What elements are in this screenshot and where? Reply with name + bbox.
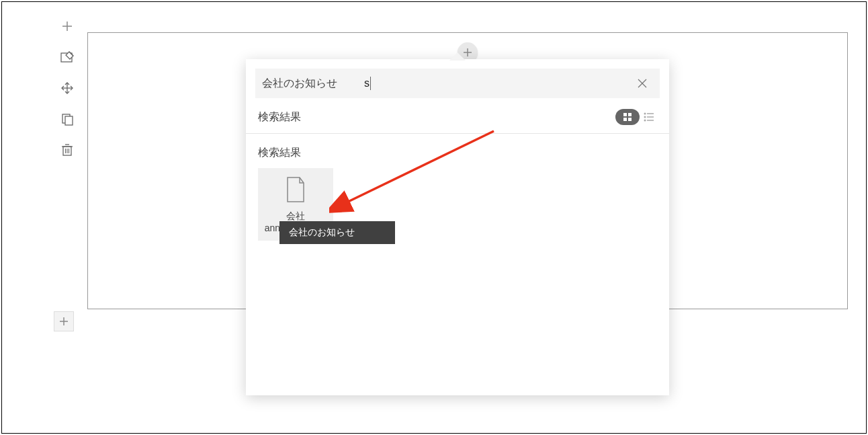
grid-icon (623, 112, 632, 122)
results-body[interactable]: 検索結果 会社 announceme... 会社のお知らせ (246, 134, 669, 395)
svg-rect-20 (623, 113, 627, 116)
svg-point-24 (644, 113, 646, 115)
list-view-button[interactable] (641, 109, 657, 125)
search-row: 会社のお知らせ s (255, 69, 660, 98)
clear-search-button[interactable] (632, 73, 653, 94)
move-button[interactable] (58, 79, 77, 97)
delete-button[interactable] (58, 141, 77, 159)
edit-icon (60, 50, 75, 64)
svg-point-28 (644, 120, 646, 122)
list-icon (644, 112, 654, 122)
section-toolbar (54, 17, 81, 159)
results-header: 検索結果 (246, 98, 669, 134)
move-icon (60, 81, 74, 95)
trash-icon (61, 143, 73, 157)
popover-caret (449, 52, 466, 61)
result-title-line1: 会社 (263, 210, 328, 222)
search-input[interactable]: s (364, 77, 632, 90)
view-toggle (615, 109, 657, 125)
grid-view-button[interactable] (615, 109, 640, 125)
svg-rect-7 (65, 116, 73, 125)
edit-button[interactable] (58, 48, 77, 67)
search-label: 会社のお知らせ (262, 77, 337, 91)
close-icon (637, 78, 648, 89)
results-header-label: 検索結果 (258, 110, 615, 124)
add-section-button[interactable] (58, 17, 77, 36)
svg-rect-21 (628, 113, 632, 116)
plus-icon (60, 19, 74, 33)
svg-rect-23 (628, 118, 632, 121)
svg-point-26 (644, 116, 646, 118)
copy-icon (60, 112, 74, 126)
page-icon (285, 176, 306, 203)
webpart-search-popover: 会社のお知らせ s 検索結果 (246, 59, 669, 395)
plus-icon (58, 315, 70, 327)
search-input-value: s (364, 77, 370, 89)
tooltip-text: 会社のお知らせ (289, 227, 355, 237)
svg-rect-22 (623, 118, 627, 121)
text-cursor (370, 77, 371, 90)
result-tooltip: 会社のお知らせ (279, 221, 395, 244)
results-body-label: 検索結果 (258, 146, 657, 160)
add-section-bottom-button[interactable] (54, 311, 74, 331)
copy-button[interactable] (58, 110, 77, 128)
